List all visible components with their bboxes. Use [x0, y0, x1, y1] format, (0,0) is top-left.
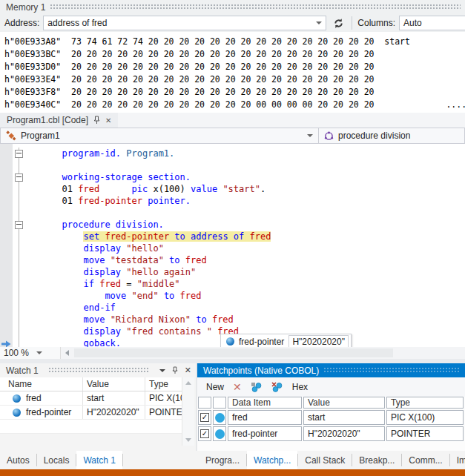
nav-section-dropdown[interactable]: procedure division — [318, 128, 465, 144]
indicator-margin[interactable] — [0, 302, 13, 314]
watch-column-name[interactable]: Name — [0, 377, 83, 391]
indicator-margin[interactable] — [0, 278, 13, 290]
tab-immedi[interactable]: Immedi... — [450, 451, 465, 469]
tab-watch-1[interactable]: Watch 1 — [76, 451, 122, 469]
indicator-margin[interactable] — [0, 325, 13, 337]
pin-icon[interactable] — [93, 116, 100, 125]
disable-watchpoints-icon[interactable] — [271, 382, 283, 393]
memory-row: h"00E933D0" 20 20 20 20 20 20 20 20 20 2… — [4, 61, 465, 73]
memory-panel: Memory 1 Address: address of fred Column… — [0, 0, 465, 113]
columns-label: Columns: — [357, 18, 395, 28]
close-icon[interactable]: ✕ — [105, 116, 111, 125]
memory-row: h"00E933BC" 20 20 20 20 20 20 20 20 20 2… — [4, 48, 465, 61]
watch-row[interactable]: fredstartPIC X(100) — [0, 391, 182, 406]
address-combo[interactable]: address of fred — [43, 16, 326, 30]
tab-breakp[interactable]: Breakp... — [352, 451, 401, 469]
indicator-margin[interactable] — [0, 314, 13, 325]
pin-icon[interactable] — [172, 366, 178, 374]
watchpoint-cell-data-item: fred-pointer — [228, 426, 302, 441]
address-value: address of fred — [47, 18, 107, 28]
window-position-icon[interactable] — [159, 369, 165, 372]
tab-program1-cbl[interactable]: Program1.cbl [Code] ✕ — [0, 113, 118, 128]
indicator-margin[interactable] — [0, 148, 13, 159]
tab-autos[interactable]: Autos — [0, 451, 36, 469]
watchpoint-enabled-checkbox[interactable]: ✓ — [200, 413, 209, 422]
watch-column-type[interactable]: Type — [145, 377, 182, 391]
right-tab-group: Progra...Watchp...Call StackBreakp...Com… — [199, 451, 465, 469]
code-line: display "hello" — [0, 242, 465, 254]
watch-vertical-scrollbar[interactable] — [182, 377, 194, 446]
watchpoint-enabled-checkbox[interactable]: ✓ — [200, 429, 209, 438]
indicator-margin[interactable] — [0, 219, 13, 231]
watch-row[interactable]: fred-pointerH"20202020"POINTER — [0, 406, 182, 420]
watchpoints-column-type[interactable]: Type — [386, 397, 464, 409]
indicator-margin[interactable] — [0, 290, 13, 302]
code-editor[interactable]: program-id. Program1. working-storage se… — [0, 144, 465, 347]
indicator-margin[interactable] — [0, 266, 13, 278]
watch-panel: Watch 1 ✕ NameValueTypefredstartPIC X(10… — [0, 363, 196, 451]
tab-call-stack[interactable]: Call Stack — [298, 451, 352, 469]
memory-row: h"00E933E4" 20 20 20 20 20 20 20 20 20 2… — [4, 73, 465, 86]
datatip-popup[interactable]: fred-pointer H"20202020" — [220, 334, 352, 347]
watchpoints-column-data-item[interactable]: Data Item — [228, 397, 302, 409]
refresh-button[interactable] — [330, 16, 346, 30]
horizontal-scrollbar[interactable] — [61, 347, 465, 359]
watch-column-value[interactable]: Value — [83, 377, 145, 391]
variable-sphere-icon — [226, 337, 234, 346]
address-label: Address: — [4, 18, 39, 28]
editor-bottom-bar: 100 % — [0, 347, 465, 359]
indicator-margin[interactable] — [0, 183, 13, 195]
tab-watchp[interactable]: Watchp... — [247, 451, 297, 469]
memory-content[interactable]: h"00E933A8" 73 74 61 72 74 20 20 20 20 2… — [0, 32, 465, 113]
fold-margin — [13, 290, 24, 302]
indicator-margin[interactable] — [0, 207, 13, 219]
code-line: 01 fred-pointer pointer. — [0, 195, 465, 207]
tab-locals[interactable]: Locals — [37, 451, 76, 469]
indicator-margin[interactable] — [0, 159, 13, 171]
fold-toggle-icon[interactable] — [15, 150, 23, 158]
close-icon[interactable]: ✕ — [185, 366, 191, 375]
scroll-up-icon[interactable] — [185, 381, 191, 385]
indicator-margin[interactable] — [0, 171, 13, 183]
watch-title-label: Watch 1 — [6, 366, 39, 376]
watch-cell-name: fred-pointer — [0, 406, 83, 419]
delete-watchpoint-icon[interactable]: ✕ — [233, 382, 242, 392]
fold-toggle-icon[interactable] — [15, 173, 23, 182]
program-class-icon — [6, 130, 16, 141]
new-watchpoint-button[interactable]: New — [206, 382, 224, 392]
hex-toggle-button[interactable]: Hex — [292, 382, 308, 392]
indicator-margin[interactable] — [0, 195, 13, 207]
tab-progra[interactable]: Progra... — [199, 451, 246, 469]
indicator-margin[interactable] — [0, 254, 13, 266]
scroll-left-icon[interactable] — [65, 350, 69, 356]
indicator-margin[interactable] — [0, 242, 13, 254]
columns-combo[interactable]: Auto — [399, 16, 465, 30]
code-line — [0, 159, 465, 171]
watchpoint-cell-value: start — [303, 410, 385, 425]
chevron-down-icon[interactable] — [307, 134, 313, 137]
zoom-level-dropdown[interactable]: 100 % — [0, 347, 61, 359]
fold-toggle-icon[interactable] — [15, 221, 23, 229]
enable-watchpoints-icon[interactable] — [251, 382, 263, 393]
code-line: move "end" to fred — [0, 290, 465, 302]
tool-window-tab-bar: AutosLocalsWatch 1 Progra...Watchp...Cal… — [0, 451, 465, 469]
code-lines: program-id. Program1. working-storage se… — [0, 148, 465, 347]
refresh-icon — [333, 18, 344, 29]
chevron-down-icon[interactable] — [316, 22, 322, 24]
tab-comm[interactable]: Comm... — [402, 451, 449, 469]
fold-margin — [13, 231, 24, 242]
watchpoint-row[interactable]: ✓fredstartPIC X(100) — [198, 410, 465, 425]
watch-empty-row[interactable] — [0, 420, 182, 434]
watchpoint-row[interactable]: ✓fred-pointerH"20202020"POINTER — [198, 426, 465, 441]
indicator-margin[interactable] — [0, 231, 13, 242]
scroll-down-icon[interactable] — [185, 438, 191, 442]
watchpoints-column-value[interactable]: Value — [303, 397, 385, 409]
chevron-down-icon[interactable] — [36, 351, 42, 354]
scrollbar-thumb[interactable] — [74, 348, 393, 357]
nav-program-dropdown[interactable]: Program1 — [0, 128, 319, 144]
memory-row: h"00E933A8" 73 74 61 72 74 20 20 20 20 2… — [4, 36, 465, 48]
datatip-value[interactable]: H"20202020" — [288, 335, 349, 348]
code-line: end-if — [0, 302, 465, 314]
code-line: display "hello again" — [0, 266, 465, 278]
pointer-arrow-icon — [1, 340, 11, 347]
